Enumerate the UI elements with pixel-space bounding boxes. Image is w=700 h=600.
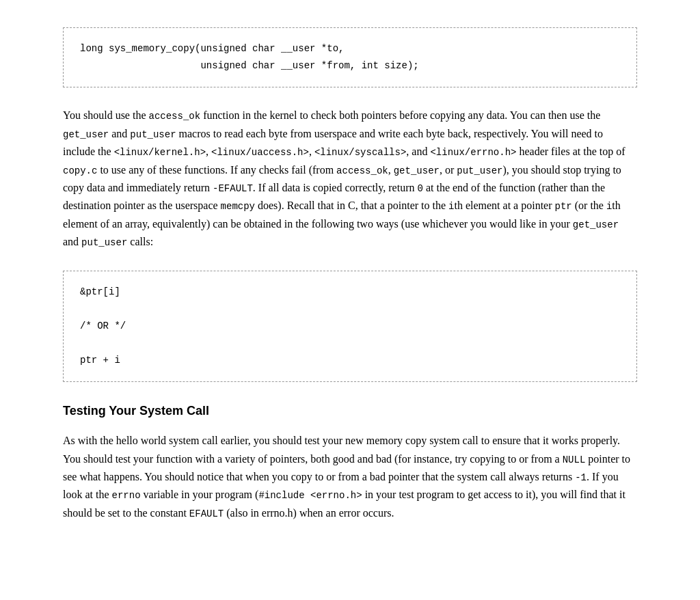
inline-code: errno (112, 490, 141, 501)
inline-code: put_user (81, 237, 127, 248)
code-line (80, 301, 620, 318)
code-line: /* OR */ (80, 318, 620, 335)
code-line: long sys_memory_copy(unsigned char __use… (80, 40, 620, 57)
code-line: &ptr[i] (80, 284, 620, 301)
inline-code: i (606, 201, 612, 212)
inline-code: put_user (130, 129, 176, 140)
inline-code: get_user (63, 129, 109, 140)
inline-code: <linux/kernel.h> (114, 147, 206, 158)
inline-code: NULL (563, 454, 586, 465)
prose-block-2: As with the hello world system call earl… (63, 432, 637, 522)
code-line: unsigned char __user *from, int size); (80, 57, 620, 74)
inline-code: copy.c (63, 165, 97, 176)
inline-code: put_user (457, 165, 502, 176)
inline-code: ptr (555, 201, 572, 212)
inline-code: 0 (417, 183, 422, 194)
inline-code: access_ok (336, 165, 388, 176)
inline-code: access_ok (149, 111, 201, 122)
code-block-1: long sys_memory_copy(unsigned char __use… (63, 27, 637, 87)
inline-code: <linux/errno.h> (430, 147, 516, 158)
inline-code: EFAULT (189, 508, 224, 519)
inline-code: i (448, 201, 454, 212)
inline-code: #include <errno.h> (258, 490, 362, 501)
inline-code: <linux/syscalls> (314, 147, 406, 158)
inline-code: get_user (573, 219, 619, 230)
prose-paragraph-1: You should use the access_ok function in… (63, 107, 637, 251)
code-block-2: &ptr[i] /* OR */ ptr + i (63, 271, 637, 383)
inline-code: get_user (394, 165, 440, 176)
inline-code: <linux/uaccess.h> (211, 147, 309, 158)
inline-code: -EFAULT (213, 183, 253, 194)
inline-code: -1 (575, 472, 587, 483)
code-line: ptr + i (80, 352, 620, 369)
inline-code: memcpy (221, 201, 255, 212)
page-container: long sys_memory_copy(unsigned char __use… (22, 0, 678, 569)
prose-paragraph-2: As with the hello world system call earl… (63, 432, 637, 522)
prose-block-1: You should use the access_ok function in… (63, 107, 637, 251)
section-heading: Testing Your System Call (63, 401, 637, 421)
code-line (80, 335, 620, 352)
